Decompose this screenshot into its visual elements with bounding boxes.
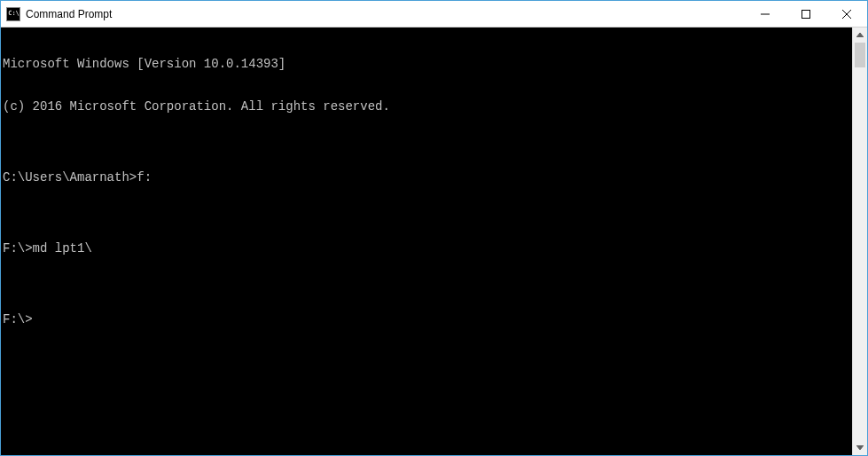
titlebar[interactable]: C:\ Command Prompt — [1, 1, 867, 28]
scroll-down-button[interactable] — [853, 440, 867, 455]
terminal-line: C:\Users\Amarnath>f: — [3, 170, 850, 185]
close-icon — [842, 10, 851, 19]
scroll-up-button[interactable] — [853, 28, 867, 43]
chevron-up-icon — [856, 33, 864, 37]
maximize-button[interactable] — [786, 1, 826, 27]
chevron-down-icon — [856, 445, 864, 450]
app-icon: C:\ — [6, 7, 20, 21]
scrollbar-thumb[interactable] — [855, 43, 865, 67]
terminal-line: F:\> — [3, 312, 850, 326]
maximize-icon — [802, 10, 810, 19]
scrollbar-track[interactable] — [853, 43, 867, 440]
command-prompt-window: C:\ Command Prompt Microsoft Windows [Ve… — [0, 0, 868, 456]
content-area: Microsoft Windows [Version 10.0.14393] (… — [1, 28, 867, 455]
close-button[interactable] — [826, 1, 867, 27]
vertical-scrollbar[interactable] — [852, 28, 867, 455]
window-controls — [745, 1, 867, 27]
minimize-icon — [761, 10, 770, 19]
terminal-line: Microsoft Windows [Version 10.0.14393] — [3, 57, 850, 71]
svg-rect-1 — [802, 10, 810, 18]
minimize-button[interactable] — [745, 1, 786, 27]
terminal-line: (c) 2016 Microsoft Corporation. All righ… — [3, 99, 850, 114]
window-title: Command Prompt — [26, 8, 112, 20]
terminal-output[interactable]: Microsoft Windows [Version 10.0.14393] (… — [1, 28, 852, 455]
terminal-line: F:\>md lpt1\ — [3, 241, 850, 256]
